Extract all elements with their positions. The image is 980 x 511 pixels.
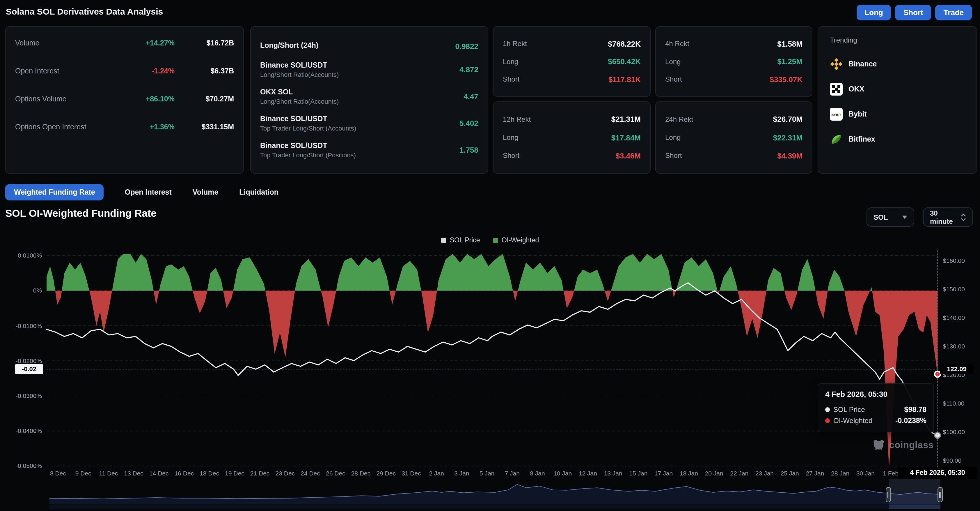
tab[interactable]: Liquidation — [239, 184, 278, 200]
trending-panel: Trending Binance OKX BYBIT Bybit — [818, 26, 977, 174]
ratio-title: Binance SOL/USDT — [260, 115, 356, 123]
trade-action-button[interactable]: Long — [856, 5, 891, 21]
stat-value: $16.72B — [175, 39, 234, 47]
x-axis-label: 22 Jan — [727, 469, 752, 477]
rekt-card-1h: 1h Rekt $768.22K Long $650.42K Short $11… — [493, 26, 651, 97]
tooltip-date: 4 Feb 2026, 05:30 — [825, 390, 926, 399]
ratio-title: Binance SOL/USDT — [260, 61, 339, 69]
rekt-period-label: 4h Rekt — [665, 40, 689, 48]
stepper-arrows-icon — [961, 213, 966, 221]
rekt-long-value: $650.42K — [608, 57, 641, 66]
rekt-short-row: Short $117.81K — [503, 75, 641, 84]
stat-change: +86.10% — [124, 95, 175, 103]
stat-label: Options Open Interest — [15, 123, 124, 131]
rekt-long-value: $1.25M — [777, 57, 802, 66]
navigator-right-handle[interactable] — [937, 487, 943, 502]
symbol-select[interactable]: SOL — [867, 208, 914, 227]
x-axis-label: 8 Jan — [525, 469, 550, 477]
stat-label: Open Interest — [15, 67, 124, 75]
left-axis-tick: -0.0300% — [0, 392, 42, 399]
ratio-subtitle: Long/Short Ratio(Accounts) — [260, 98, 339, 105]
x-axis-label: 12 Jan — [575, 469, 601, 477]
right-axis-tick: $140.00 — [943, 314, 965, 321]
rekt-long-value: $22.31M — [773, 133, 802, 142]
rekt-long-label: Long — [665, 57, 681, 65]
rekt-total-value: $26.70M — [773, 115, 802, 124]
x-axis-label: 29 Dec — [373, 469, 399, 477]
trade-action-button[interactable]: Trade — [935, 5, 972, 21]
exchange-name: Bitfinex — [848, 135, 875, 143]
legend-item[interactable]: SOL Price — [441, 236, 480, 244]
tooltip-row: SOL Price $98.78 — [825, 404, 926, 415]
x-axis-label: 26 Dec — [323, 469, 348, 477]
ratio-subtitle: Top Trader Long/Short (Accounts) — [260, 125, 356, 132]
rekt-card-24h: 24h Rekt $26.70M Long $22.31M Short $4.3… — [655, 101, 812, 174]
ratio-row: Long/Short (24h) 0.9822 — [260, 42, 478, 51]
rekt-total-row: 4h Rekt $1.58M — [665, 39, 802, 48]
trending-title: Trending — [830, 36, 977, 51]
derivatives-dashboard: Solana SOL Derivatives Data Analysis Lon… — [0, 0, 980, 511]
left-axis-tick: -0.0100% — [0, 322, 42, 329]
x-axis-label: 8 Dec — [45, 469, 71, 477]
trending-exchange-item[interactable]: BYBIT Bybit — [830, 101, 977, 126]
rekt-short-value: $117.81K — [608, 75, 641, 84]
legend-item[interactable]: OI-Weighted — [493, 236, 539, 244]
rekt-total-value: $21.31M — [611, 115, 641, 124]
tab[interactable]: Volume — [192, 184, 218, 200]
series-dot-icon — [825, 418, 830, 423]
tooltip-series-label: SOL Price — [834, 405, 904, 414]
rekt-long-label: Long — [665, 133, 681, 142]
rekt-total-row: 12h Rekt $21.31M — [503, 115, 641, 124]
chart-title: SOL OI-Weighted Funding Rate — [5, 208, 156, 220]
navigator-track[interactable] — [49, 505, 940, 509]
chevron-down-icon — [902, 215, 907, 219]
tab[interactable]: Open Interest — [125, 184, 172, 200]
trade-action-button[interactable]: Short — [895, 5, 931, 21]
trending-exchange-item[interactable]: Bitfinex — [830, 126, 977, 152]
left-axis-tick: 0% — [0, 287, 42, 294]
x-axis-label: 23 Dec — [272, 469, 298, 477]
right-axis-tick: $150.00 — [943, 286, 965, 292]
funding-rate-chart[interactable]: 0.0100%0%-0.0100%-0.0200%-0.0300%-0.0400… — [0, 251, 980, 469]
left-axis-tick: -0.0400% — [0, 427, 42, 434]
x-axis-label: 11 Dec — [96, 469, 121, 477]
rekt-long-value: $17.84M — [611, 133, 641, 142]
crosshair-right-badge: 122.09 — [940, 364, 974, 374]
interval-select[interactable]: 30 minute — [923, 208, 973, 227]
chart-plot[interactable] — [46, 251, 937, 469]
x-axis-label: 15 Jan — [626, 469, 651, 477]
rekt-total-row: 1h Rekt $768.22K — [503, 39, 641, 48]
x-axis-label: 16 Dec — [172, 469, 197, 477]
x-axis-label: 27 Jan — [802, 469, 828, 477]
x-axis-label: 18 Dec — [197, 469, 222, 477]
x-axis-label: 7 Jan — [500, 469, 525, 477]
rekt-total-value: $768.22K — [608, 39, 641, 48]
coinglass-wordmark: coinglass — [889, 440, 934, 450]
rekt-short-label: Short — [665, 152, 682, 160]
coinglass-bear-icon — [872, 438, 886, 452]
x-axis-label: 30 Jan — [853, 469, 878, 477]
chart-navigator[interactable] — [49, 479, 940, 504]
stat-row: Volume +14.27% $16.72B — [15, 29, 234, 57]
tab[interactable]: Weighted Funding Rate — [5, 184, 104, 200]
exchange-icon — [830, 83, 843, 95]
x-axis-label: 9 Dec — [71, 469, 96, 477]
x-axis-label: 23 Jan — [752, 469, 777, 477]
ratio-value: 0.9822 — [455, 42, 478, 51]
tooltip-series-label: OI-Weighted — [834, 416, 895, 425]
tooltip-series-value: $98.78 — [904, 405, 926, 414]
x-axis-label: 3 Jan — [449, 469, 474, 477]
rekt-period-label: 1h Rekt — [503, 40, 527, 48]
stat-change: -1.24% — [124, 67, 175, 75]
trending-exchange-item[interactable]: Binance — [830, 51, 977, 76]
exchange-name: OKX — [848, 85, 864, 93]
rekt-long-row: Long $17.84M — [503, 133, 641, 142]
x-axis-label: 13 Dec — [121, 469, 146, 477]
rekt-period-label: 24h Rekt — [665, 115, 693, 123]
rekt-long-row: Long $22.31M — [665, 133, 802, 142]
x-axis-label: 2 Jan — [424, 469, 449, 477]
navigator-left-handle[interactable] — [886, 487, 891, 502]
trending-exchange-item[interactable]: OKX — [830, 76, 977, 101]
x-axis-label: 28 Jan — [827, 469, 853, 477]
rekt-long-row: Long $650.42K — [503, 57, 641, 66]
